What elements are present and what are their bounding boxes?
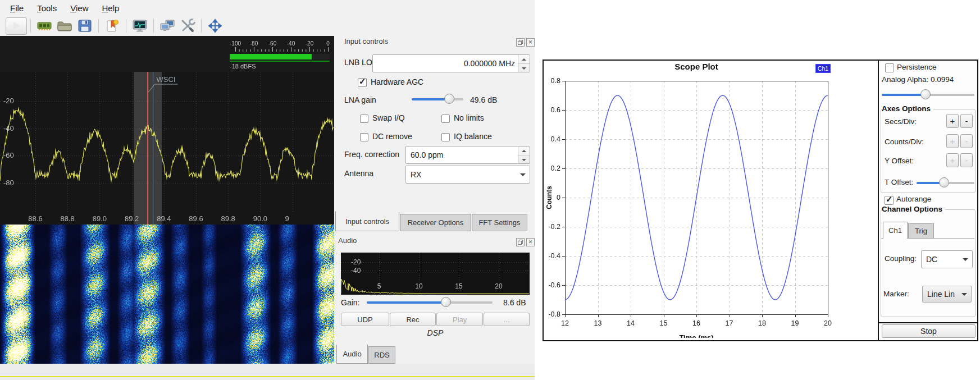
coupling-combo[interactable]: DC xyxy=(921,250,973,268)
tab-ch1[interactable]: Ch1 xyxy=(883,222,908,239)
open-file-button[interactable] xyxy=(54,18,75,34)
waterfall-display[interactable] xyxy=(0,225,334,364)
antenna-value: RX xyxy=(411,166,421,183)
io-config-button[interactable] xyxy=(34,18,54,34)
freq-correction-spinbox[interactable]: 60.0 ppm xyxy=(405,146,530,164)
spin-down-icon[interactable] xyxy=(518,63,530,72)
marker-value: Line Lin xyxy=(927,286,955,302)
rec-button[interactable]: Rec xyxy=(390,313,436,326)
coupling-label: Coupling: xyxy=(885,254,917,263)
dock-title-audio: Audio xyxy=(338,236,357,245)
remote-control-button[interactable] xyxy=(157,18,177,34)
coupling-value: DC xyxy=(926,251,937,268)
toolbar-separator xyxy=(153,19,154,33)
channel-options-title: Channel Options xyxy=(882,205,945,213)
lnb-lo-label: LNB LO xyxy=(344,58,372,67)
bottom-strip xyxy=(0,364,535,380)
floppy-save-icon xyxy=(76,19,93,33)
counts-div-minus-button[interactable]: - xyxy=(960,134,973,148)
audio-gain-slider[interactable] xyxy=(367,297,493,308)
toolbar-separator xyxy=(126,19,126,33)
tab-receiver-options[interactable]: Receiver Options xyxy=(400,214,471,231)
slider-thumb[interactable] xyxy=(441,297,451,307)
spin-down-icon[interactable] xyxy=(518,155,530,164)
rf-spectrum-plot[interactable] xyxy=(0,72,334,225)
start-dsp-button[interactable] xyxy=(6,17,27,35)
lna-gain-value: 49.6 dB xyxy=(470,95,497,104)
persistence-label: Persistence xyxy=(897,63,937,71)
tab-input-controls[interactable]: Input controls xyxy=(335,212,399,231)
crossed-tools-icon xyxy=(179,19,196,33)
scope-plot-canvas[interactable] xyxy=(545,62,837,338)
y-offset-minus-button[interactable]: - xyxy=(960,153,973,167)
gqrx-window: FileToolsViewHelp xyxy=(0,0,535,380)
menu-view[interactable]: View xyxy=(66,2,95,15)
toolbar-separator xyxy=(201,19,202,33)
ch1-legend-badge: Ch1 xyxy=(815,64,831,73)
scope-plot-title: Scope Plot xyxy=(584,62,809,73)
no-limits-checkbox[interactable] xyxy=(441,115,450,123)
tab-trig[interactable]: Trig xyxy=(908,223,934,239)
spin-up-icon[interactable] xyxy=(518,146,530,155)
spin-up-icon[interactable] xyxy=(518,55,530,63)
slider-fill xyxy=(412,98,449,100)
dc-remove-checkbox[interactable] xyxy=(360,133,368,141)
dsp-display-button[interactable] xyxy=(130,18,150,34)
lna-gain-slider[interactable] xyxy=(412,94,463,104)
swap-iq-label: Swap I/Q xyxy=(372,113,405,122)
menu-help[interactable]: Help xyxy=(97,2,126,15)
tools-button[interactable] xyxy=(177,18,198,34)
slider-thumb[interactable] xyxy=(444,94,454,104)
menu-tools[interactable]: Tools xyxy=(33,2,63,15)
more-button[interactable]: ... xyxy=(484,313,530,326)
analog-alpha-slider[interactable] xyxy=(882,89,974,100)
secs-div-minus-button[interactable]: - xyxy=(960,114,973,128)
counts-div-plus-button[interactable]: + xyxy=(946,134,959,148)
play-button[interactable]: Play xyxy=(436,313,483,326)
dock-close-button[interactable] xyxy=(526,38,535,47)
dc-remove-label: DC remove xyxy=(372,132,412,141)
audio-spectrum-plot xyxy=(341,253,530,295)
slider-thumb[interactable] xyxy=(920,89,931,99)
persistence-checkbox[interactable] xyxy=(885,63,894,72)
play-icon xyxy=(8,19,25,33)
screen: FileToolsViewHelp xyxy=(0,0,980,380)
stop-button[interactable]: Stop xyxy=(882,324,976,338)
swap-iq-checkbox[interactable] xyxy=(360,115,368,123)
y-offset-plus-button[interactable]: + xyxy=(946,153,959,167)
squelch-line xyxy=(0,376,535,377)
axes-options-title: Axes Options xyxy=(882,104,933,113)
autorange-checkbox[interactable] xyxy=(885,196,894,205)
memory-chip-icon xyxy=(36,19,53,33)
chevron-down-icon xyxy=(520,173,526,179)
save-file-button[interactable] xyxy=(75,18,95,34)
t-offset-slider[interactable] xyxy=(917,177,974,188)
bookmarks-button[interactable] xyxy=(102,18,122,34)
tab-fft-settings[interactable]: FFT Settings xyxy=(472,214,527,231)
spin-buttons[interactable] xyxy=(518,146,530,163)
hardware-agc-checkbox[interactable] xyxy=(358,78,367,87)
chevron-down-icon xyxy=(963,258,968,264)
slider-thumb[interactable] xyxy=(939,177,949,187)
computers-icon xyxy=(159,19,176,33)
secs-div-plus-button[interactable]: + xyxy=(946,114,959,128)
marker-combo[interactable]: Line Lin xyxy=(922,286,972,303)
move-arrows-icon xyxy=(207,19,224,33)
dock-float-button[interactable] xyxy=(516,38,525,47)
dock-close-button[interactable] xyxy=(526,238,535,246)
udp-button[interactable]: UDP xyxy=(341,313,389,326)
iq-balance-checkbox[interactable] xyxy=(441,133,450,141)
tab-audio[interactable]: Audio xyxy=(336,345,368,364)
toolbar xyxy=(0,16,540,36)
antenna-combo[interactable]: RX xyxy=(405,166,530,184)
spin-buttons[interactable] xyxy=(518,55,530,72)
y-offset-label: Y Offset: xyxy=(885,157,914,165)
fullscreen-button[interactable] xyxy=(205,18,225,34)
slider-fill xyxy=(882,94,926,96)
t-offset-label: T Offset: xyxy=(885,178,913,186)
lnb-lo-spinbox[interactable]: 0.000000 MHz xyxy=(372,54,530,72)
menu-file[interactable]: File xyxy=(6,2,30,15)
frequency-display[interactable]: 89.300 000 MHz xyxy=(0,36,334,72)
dock-float-button[interactable] xyxy=(516,238,525,246)
tab-rds[interactable]: RDS xyxy=(368,346,395,364)
